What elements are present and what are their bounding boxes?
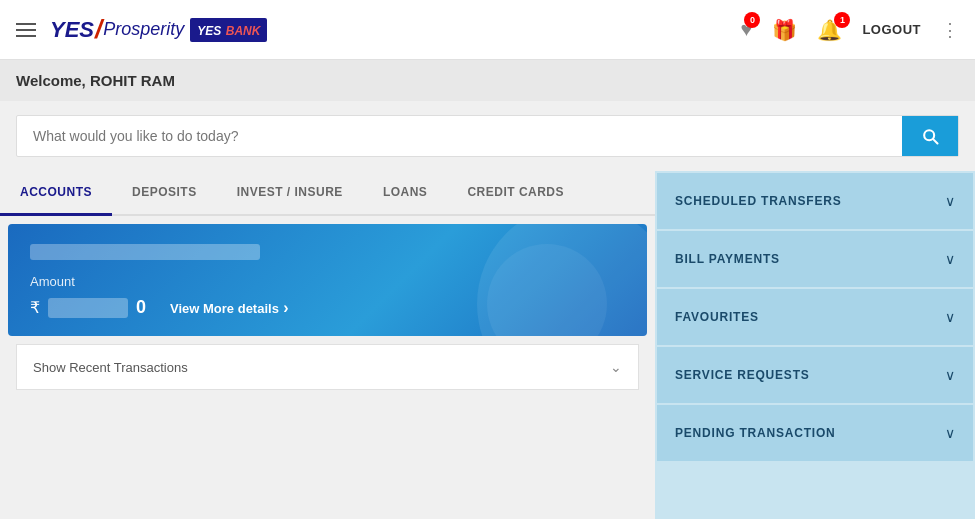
- amount-label: Amount: [30, 274, 625, 289]
- favourites-label: FAVOURITES: [675, 310, 759, 324]
- left-panel: ACCOUNTS DEPOSITS INVEST / INSURE LOANS …: [0, 171, 655, 519]
- account-section: Amount ₹ 0 View More details Show Recent…: [0, 216, 655, 398]
- hamburger-menu-icon[interactable]: [16, 23, 36, 37]
- right-panel: SCHEDULED TRANSFERS ∨ BILL PAYMENTS ∨ FA…: [655, 171, 975, 519]
- chevron-right-icon: ∨: [945, 251, 955, 267]
- chevron-right-icon: ∨: [945, 309, 955, 325]
- recent-transactions-bar[interactable]: Show Recent Transactions ⌄: [16, 344, 639, 390]
- tab-invest-insure[interactable]: INVEST / INSURE: [217, 171, 363, 216]
- account-card: Amount ₹ 0 View More details: [8, 224, 647, 336]
- search-area: [0, 101, 975, 171]
- search-icon: [920, 126, 940, 146]
- chevron-down-icon: ⌄: [610, 359, 622, 375]
- right-panel-item-service-requests[interactable]: SERVICE REQUESTS ∨: [657, 347, 973, 403]
- gift-icon-wrap[interactable]: 🎁: [772, 18, 797, 42]
- heart-icon-wrap[interactable]: ♥ 0: [741, 18, 753, 41]
- search-input[interactable]: [17, 116, 902, 156]
- logo-yes: YES: [50, 17, 94, 43]
- yes-bank-badge: YES BANK: [190, 18, 267, 42]
- logo-prosperity: Prosperity: [103, 19, 184, 40]
- welcome-bar: Welcome, ROHIT RAM: [0, 60, 975, 101]
- tabs-bar: ACCOUNTS DEPOSITS INVEST / INSURE LOANS …: [0, 171, 655, 216]
- more-icon[interactable]: ⋮: [941, 19, 959, 41]
- scheduled-transfers-label: SCHEDULED TRANSFERS: [675, 194, 842, 208]
- pending-transaction-label: PENDING TRANSACTION: [675, 426, 836, 440]
- amount-suffix: 0: [136, 297, 146, 318]
- recent-transactions-label: Show Recent Transactions: [33, 360, 188, 375]
- bell-badge: 1: [834, 12, 850, 28]
- bell-icon-wrap[interactable]: 🔔 1: [817, 18, 842, 42]
- welcome-prefix: Welcome,: [16, 72, 90, 89]
- logout-button[interactable]: LOGOUT: [862, 22, 921, 37]
- search-bar: [16, 115, 959, 157]
- logo-slash: /: [95, 14, 102, 45]
- right-panel-item-bill-payments[interactable]: BILL PAYMENTS ∨: [657, 231, 973, 287]
- rupee-symbol: ₹: [30, 298, 40, 317]
- header-left: YES / Prosperity YES BANK: [16, 14, 267, 45]
- tab-credit-cards[interactable]: CREDIT CARDS: [447, 171, 584, 216]
- service-requests-label: SERVICE REQUESTS: [675, 368, 810, 382]
- amount-blurred: [48, 298, 128, 318]
- heart-badge: 0: [744, 12, 760, 28]
- tab-deposits[interactable]: DEPOSITS: [112, 171, 217, 216]
- gift-icon: 🎁: [772, 19, 797, 41]
- right-panel-item-scheduled-transfers[interactable]: SCHEDULED TRANSFERS ∨: [657, 173, 973, 229]
- chevron-right-icon: ∨: [945, 193, 955, 209]
- search-button[interactable]: [902, 116, 958, 156]
- header: YES / Prosperity YES BANK ♥ 0 🎁 🔔 1 LOGO…: [0, 0, 975, 60]
- logo: YES / Prosperity YES BANK: [50, 14, 267, 45]
- tab-loans[interactable]: LOANS: [363, 171, 448, 216]
- welcome-name: ROHIT RAM: [90, 72, 175, 89]
- account-number-blurred: [30, 244, 260, 260]
- amount-row: ₹ 0 View More details: [30, 297, 625, 318]
- tab-accounts[interactable]: ACCOUNTS: [0, 171, 112, 216]
- main-content: ACCOUNTS DEPOSITS INVEST / INSURE LOANS …: [0, 171, 975, 519]
- chevron-right-icon: ∨: [945, 367, 955, 383]
- right-panel-item-pending-transaction[interactable]: PENDING TRANSACTION ∨: [657, 405, 973, 461]
- right-panel-item-favourites[interactable]: FAVOURITES ∨: [657, 289, 973, 345]
- chevron-right-icon: ∨: [945, 425, 955, 441]
- header-right: ♥ 0 🎁 🔔 1 LOGOUT ⋮: [741, 18, 959, 42]
- view-more-button[interactable]: View More details: [170, 299, 289, 317]
- bill-payments-label: BILL PAYMENTS: [675, 252, 780, 266]
